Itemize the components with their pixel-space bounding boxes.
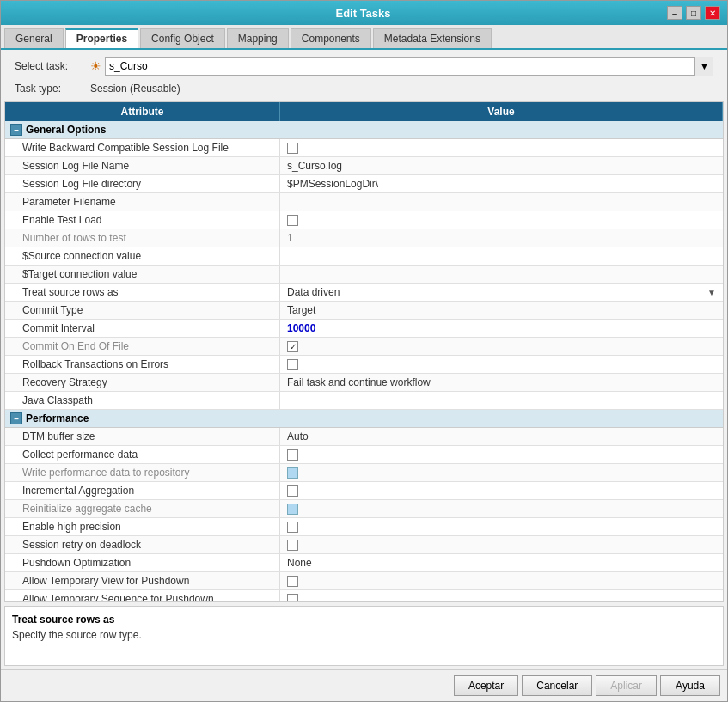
table-row: Allow Temporary Sequence for Pushdown	[5, 590, 723, 602]
value-param-filename[interactable]	[280, 193, 723, 211]
treat-source-value: Data driven	[287, 286, 340, 298]
tab-mapping[interactable]: Mapping	[227, 28, 289, 48]
value-target-conn[interactable]	[280, 266, 723, 283]
table-row: Session Log File directory $PMSessionLog…	[5, 175, 723, 193]
task-dropdown-arrow[interactable]: ▼	[694, 57, 713, 76]
table-row: DTM buffer size Auto	[5, 428, 723, 446]
checkbox-rollback[interactable]	[287, 359, 298, 370]
select-task-label: Select task:	[15, 60, 83, 72]
expand-performance[interactable]: –	[10, 412, 22, 424]
cancel-button[interactable]: Cancelar	[522, 675, 592, 696]
tab-config-object[interactable]: Config Object	[140, 28, 225, 48]
attr-commit-interval: Commit Interval	[5, 320, 280, 337]
restore-button[interactable]: □	[686, 6, 701, 20]
tab-general[interactable]: General	[4, 28, 64, 48]
table-row: Enable Test Load	[5, 211, 723, 229]
section-general-options: – General Options	[5, 121, 723, 139]
checkbox-collect-perf[interactable]	[287, 449, 298, 461]
value-reinit-cache	[280, 500, 723, 517]
table-row: $Target connection value	[5, 266, 723, 284]
info-panel-text: Specify the source row type.	[12, 629, 716, 641]
task-type-value: Session (Reusable)	[90, 82, 180, 95]
help-button[interactable]: Ayuda	[660, 675, 720, 696]
attr-temp-seq: Allow Temporary Sequence for Pushdown	[5, 590, 280, 602]
value-java-classpath[interactable]	[280, 392, 723, 409]
value-retry-deadlock	[280, 536, 723, 553]
content-area: Attribute Value – General Options Write …	[1, 98, 727, 669]
tab-properties[interactable]: Properties	[65, 28, 138, 48]
minimize-button[interactable]: –	[667, 6, 682, 20]
checkbox-commit-end-file[interactable]	[287, 341, 298, 352]
attr-java-classpath: Java Classpath	[5, 392, 280, 409]
value-treat-source: Data driven ▼	[280, 284, 723, 301]
attr-recovery-strategy: Recovery Strategy	[5, 374, 280, 391]
accept-button[interactable]: Aceptar	[454, 675, 518, 696]
attr-commit-end-file: Commit On End Of File	[5, 338, 280, 355]
attr-dtm-buffer: DTM buffer size	[5, 428, 280, 445]
title-bar: Edit Tasks – □ ✕	[1, 1, 727, 25]
expand-general-options[interactable]: –	[10, 124, 22, 136]
close-button[interactable]: ✕	[705, 6, 720, 20]
attr-num-rows-test: Number of rows to test	[5, 229, 280, 247]
header-value: Value	[280, 102, 723, 121]
value-commit-type: Target	[280, 302, 723, 319]
table-row: Commit Type Target	[5, 302, 723, 320]
value-session-log-name[interactable]: s_Curso.log	[280, 157, 723, 174]
table-row: Number of rows to test 1	[5, 229, 723, 247]
value-num-rows-test: 1	[280, 229, 723, 247]
table-row: Rollback Transactions on Errors	[5, 356, 723, 374]
checkbox-temp-seq[interactable]	[287, 594, 298, 603]
table-row: Treat source rows as Data driven ▼	[5, 284, 723, 302]
attr-temp-view: Allow Temporary View for Pushdown	[5, 572, 280, 589]
value-rollback	[280, 356, 723, 373]
value-commit-interval[interactable]: 10000	[280, 320, 723, 337]
value-write-backward	[280, 139, 723, 156]
value-write-perf	[280, 464, 723, 481]
table-row: Commit On End Of File	[5, 338, 723, 356]
checkbox-reinit-cache[interactable]	[287, 504, 298, 515]
tab-components[interactable]: Components	[291, 28, 371, 48]
attr-session-log-dir: Session Log File directory	[5, 175, 280, 192]
info-panel: Treat source rows as Specify the source …	[4, 606, 724, 666]
attr-source-conn: $Source connection value	[5, 247, 280, 265]
attr-commit-type: Commit Type	[5, 302, 280, 319]
value-temp-view	[280, 572, 723, 589]
attr-write-perf: Write performance data to repository	[5, 464, 280, 481]
task-icon: ☀	[90, 59, 101, 73]
attr-high-precision: Enable high precision	[5, 518, 280, 535]
select-task-input[interactable]	[105, 57, 713, 76]
value-source-conn[interactable]	[280, 247, 723, 265]
table-row: Pushdown Optimization None	[5, 554, 723, 572]
table-row: Enable high precision	[5, 518, 723, 536]
table-row: Incremental Aggregation	[5, 482, 723, 500]
tab-metadata-extensions[interactable]: Metadata Extensions	[373, 28, 492, 48]
button-bar: Aceptar Cancelar Aplicar Ayuda	[1, 669, 727, 701]
table-row: Parameter Filename	[5, 193, 723, 211]
table-row: Collect performance data	[5, 446, 723, 464]
checkbox-temp-view[interactable]	[287, 576, 298, 587]
value-enable-test-load	[280, 211, 723, 229]
window-controls: – □ ✕	[667, 6, 720, 20]
info-panel-title: Treat source rows as	[12, 613, 716, 626]
window-title: Edit Tasks	[59, 7, 667, 20]
table-row: Java Classpath	[5, 392, 723, 410]
apply-button[interactable]: Aplicar	[596, 675, 657, 696]
value-session-log-dir[interactable]: $PMSessionLogDir\	[280, 175, 723, 192]
table-header: Attribute Value	[5, 102, 723, 121]
checkbox-enable-test-load[interactable]	[287, 215, 298, 226]
table-row: Recovery Strategy Fail task and continue…	[5, 374, 723, 392]
value-dtm-buffer: Auto	[280, 428, 723, 445]
treat-source-dropdown[interactable]: Data driven ▼	[287, 286, 716, 298]
checkbox-retry-deadlock[interactable]	[287, 540, 298, 551]
attr-treat-source: Treat source rows as	[5, 284, 280, 301]
checkbox-high-precision[interactable]	[287, 522, 298, 533]
checkbox-write-backward[interactable]	[287, 143, 298, 154]
checkbox-incremental-agg[interactable]	[287, 485, 298, 497]
header-attribute: Attribute	[5, 102, 280, 121]
attr-retry-deadlock: Session retry on deadlock	[5, 536, 280, 553]
attr-enable-test-load: Enable Test Load	[5, 211, 280, 229]
value-pushdown-opt: None	[280, 554, 723, 571]
checkbox-write-perf[interactable]	[287, 467, 298, 479]
value-recovery-strategy: Fail task and continue workflow	[280, 374, 723, 391]
attr-session-log-name: Session Log File Name	[5, 157, 280, 174]
